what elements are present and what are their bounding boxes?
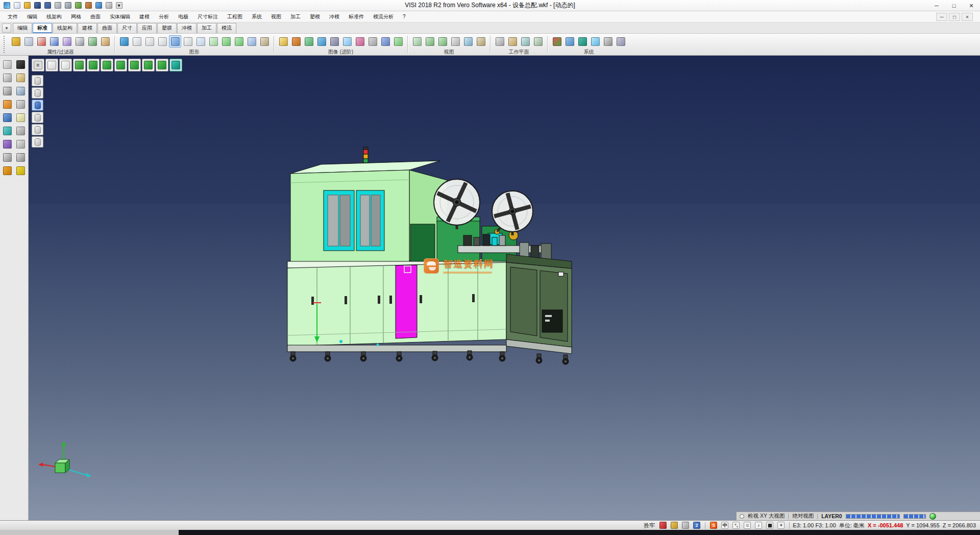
menu-electrode[interactable]: 电极 [174, 12, 193, 22]
display-wireframe-icon[interactable] [32, 112, 43, 123]
box-select-icon[interactable] [1, 138, 13, 150]
visibility-mask-icon[interactable] [86, 35, 99, 47]
cube-front-left-icon[interactable] [87, 59, 100, 71]
cylinder-dashed-icon[interactable] [156, 35, 168, 47]
rotate-view-icon[interactable] [462, 35, 474, 47]
menu-drafting[interactable]: 工程图 [223, 12, 247, 22]
model-viewport[interactable]: ≡ 智造资料网 [29, 56, 980, 520]
workplane-origin-icon[interactable] [532, 35, 544, 47]
edit-icon[interactable] [14, 98, 27, 110]
tab-application[interactable]: 应用 [137, 23, 157, 33]
menu-solid-edit[interactable]: 实体编辑 [105, 12, 135, 22]
cylinder-translucent-icon[interactable] [194, 35, 207, 47]
menu-mold[interactable]: 塑模 [305, 12, 325, 22]
snap-settings-icon[interactable] [669, 521, 679, 530]
cylinder-hidden-line-icon[interactable] [143, 35, 156, 47]
cylinder-wireframe-icon[interactable] [131, 35, 143, 47]
ime-punct-icon[interactable]: °, [731, 521, 741, 530]
textures-icon[interactable] [303, 35, 315, 47]
axis-icon[interactable] [1, 85, 13, 97]
top-view-icon[interactable] [45, 59, 58, 71]
grid-toggle-icon[interactable] [680, 521, 691, 530]
menu-flow-analysis[interactable]: 模流分析 [369, 12, 398, 22]
attribute-painter-icon[interactable] [22, 35, 35, 47]
export-icon[interactable] [84, 1, 93, 10]
cylinder-shaded-edges-icon[interactable] [182, 35, 194, 47]
ime-lang-icon[interactable]: 中 [720, 521, 730, 530]
pan-icon[interactable] [449, 35, 461, 47]
viewport-canvas[interactable] [29, 56, 980, 520]
options-icon[interactable] [1, 111, 13, 124]
units-label[interactable]: 单位: 毫米 [839, 522, 865, 529]
tab-edit[interactable]: 编辑 [13, 23, 32, 33]
display-shaded-icon[interactable] [32, 100, 43, 111]
multi-pane-view-icon[interactable] [59, 59, 72, 71]
tab-machining[interactable]: 加工 [197, 23, 216, 33]
assistant-icon[interactable]: 2 [692, 521, 702, 530]
monitor-icon[interactable] [564, 35, 576, 47]
ime-toolbox-icon[interactable]: + [776, 521, 786, 530]
cube-bottom-icon[interactable] [156, 59, 168, 71]
ime-mic-icon[interactable]: ♪ [753, 521, 764, 530]
layer-manager-icon[interactable] [74, 35, 86, 47]
globe-icon[interactable] [576, 35, 589, 47]
render-icon[interactable] [354, 35, 366, 47]
cube-front-right-icon[interactable] [101, 59, 113, 71]
menu-modeling[interactable]: 建模 [135, 12, 154, 22]
tab-wireframe[interactable]: 线架构 [53, 23, 77, 33]
tab-flow[interactable]: 模流 [217, 23, 236, 33]
color-table-icon[interactable] [551, 35, 563, 47]
regenerate-icon[interactable] [118, 35, 130, 47]
cube-iso-small-icon[interactable] [73, 59, 86, 71]
ime-keyboard-icon[interactable]: ▦ [765, 521, 775, 530]
filter-layers-icon[interactable] [61, 35, 73, 47]
box-shaded-edges-icon[interactable] [233, 35, 245, 47]
cube-back-left-icon[interactable] [114, 59, 127, 71]
close-button[interactable]: × [963, 0, 980, 11]
workplane-xy-icon[interactable] [494, 35, 506, 47]
ime-emoji-icon[interactable]: ☺ [742, 521, 752, 530]
lights-icon[interactable] [277, 35, 289, 47]
palette-icon[interactable] [14, 164, 27, 177]
menu-surface[interactable]: 曲面 [86, 12, 105, 22]
menu-machining[interactable]: 加工 [286, 12, 305, 22]
menu-system[interactable]: 系统 [247, 12, 266, 22]
filter-selection-icon[interactable] [35, 35, 47, 47]
undo-icon[interactable] [94, 1, 103, 10]
display-all-icon[interactable] [32, 75, 43, 86]
zoom-dynamic-icon[interactable] [436, 35, 449, 47]
erase-icon[interactable] [14, 58, 27, 70]
attribute-copy-icon[interactable] [99, 35, 111, 47]
tab-modeling[interactable]: 建模 [78, 23, 97, 33]
open-file-icon[interactable] [22, 1, 32, 10]
section-view-icon[interactable] [258, 35, 271, 47]
menu-wireframe[interactable]: 线架构 [42, 12, 66, 22]
layers-icon[interactable] [14, 125, 27, 137]
workplane-rotate-icon[interactable] [519, 35, 531, 47]
display-blank-icon[interactable] [32, 136, 43, 148]
sogou-logo-icon[interactable]: S [708, 521, 719, 530]
zoom-extents-icon[interactable] [424, 35, 436, 47]
multi-view-icon[interactable] [379, 35, 391, 47]
save-icon[interactable] [33, 1, 42, 10]
save-all-icon[interactable] [43, 1, 52, 10]
toolbar-grip[interactable] [4, 36, 6, 53]
sketch-icon[interactable] [14, 71, 27, 84]
tab-dimension[interactable]: 尺寸 [117, 23, 137, 33]
tab-molding[interactable]: 塑膜 [157, 23, 177, 33]
doc-restore-button[interactable]: □ [949, 13, 960, 21]
select-icon[interactable] [1, 58, 13, 70]
background-icon[interactable] [315, 35, 328, 47]
stack-icon[interactable] [1, 125, 13, 137]
view-menu-icon[interactable]: ≡ [32, 59, 44, 71]
tab-surface[interactable]: 曲面 [97, 23, 117, 33]
shadows-icon[interactable] [328, 35, 340, 47]
active-layer-label[interactable]: LAYER0 [821, 513, 842, 519]
minimize-button[interactable]: ─ [928, 0, 945, 11]
doc-close-button[interactable]: × [962, 13, 973, 21]
animation-icon[interactable] [392, 35, 404, 47]
box-shaded-icon[interactable] [220, 35, 232, 47]
maximize-button[interactable]: □ [945, 0, 963, 11]
history-icon[interactable] [14, 138, 27, 150]
menu-dimensioning[interactable]: 尺寸标注 [193, 12, 223, 22]
